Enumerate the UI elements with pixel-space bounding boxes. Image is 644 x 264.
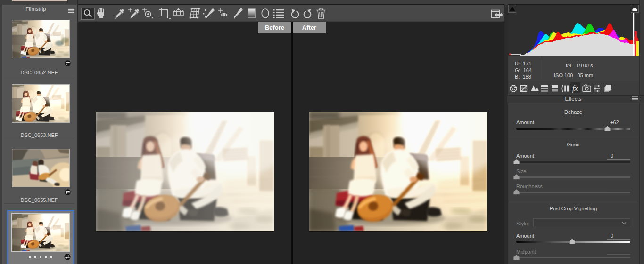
svg-text:fx: fx [572,84,578,93]
